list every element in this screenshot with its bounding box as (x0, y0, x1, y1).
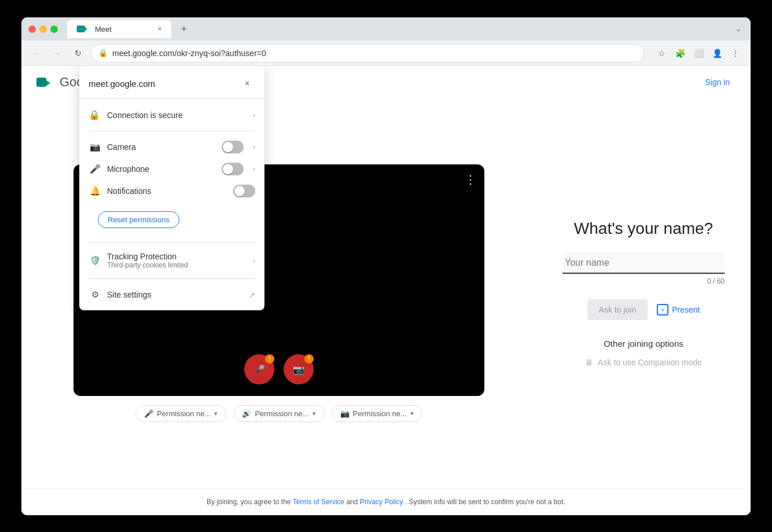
title-bar-end: ⌄ (733, 23, 744, 35)
footer-end-text: . System info will be sent to confirm yo… (405, 498, 565, 506)
popup-header: meet.google.com × (79, 75, 264, 98)
site-settings-row[interactable]: ⚙ Site settings ↗ (79, 284, 264, 306)
camera-perm-chevron: ▾ (410, 410, 414, 417)
address-bar[interactable]: 🔒 meet.google.com/okr-znyq-soi?authuser=… (91, 44, 644, 63)
name-input-wrap (563, 252, 725, 274)
right-panel: What's your name? 0 / 60 Ask to join + P… (536, 98, 751, 488)
window-menu-button[interactable]: ⌄ (733, 23, 744, 35)
popup-divider-top (79, 98, 264, 99)
tracking-title: Tracking Protection (107, 252, 247, 261)
site-info-popup: meet.google.com × 🔒 Connection is secure… (79, 66, 264, 310)
camera-row-chevron-icon: › (253, 143, 255, 151)
join-title: What's your name? (574, 219, 713, 238)
camera-toggle[interactable] (222, 141, 244, 153)
connection-secure-label: Connection is secure (107, 111, 246, 120)
char-count: 0 / 60 (563, 277, 725, 285)
more-menu-button[interactable]: ⋮ (727, 45, 744, 61)
tracking-protection-row[interactable]: 🛡️ Tracking Protection Third-party cooki… (79, 247, 264, 274)
camera-perm-label: Permission ne... (353, 409, 407, 418)
notif-row-label: Notifications (107, 186, 227, 196)
speaker-permission-bar[interactable]: 🔊 Permission ne... ▾ (233, 405, 324, 422)
footer-text: By joining, you agree to the (207, 498, 291, 506)
extensions-button[interactable]: 🧩 (672, 45, 688, 61)
popup-domain: meet.google.com (89, 79, 155, 89)
mic-permission-bar[interactable]: 🎤 Permission ne... ▾ (135, 405, 226, 422)
nav-actions: ☆ 🧩 ⬜ 👤 ⋮ (653, 45, 744, 61)
privacy-link[interactable]: Privacy Policy (360, 498, 403, 506)
camera-permission-row: 📷 Camera › (79, 136, 264, 158)
mute-button[interactable]: 🎤 ! (244, 354, 274, 384)
forward-button[interactable]: → (49, 45, 65, 61)
profile-button[interactable]: 👤 (709, 45, 725, 61)
address-bar-text: meet.google.com/okr-znyq-soi?authuser=0 (112, 49, 637, 58)
mic-perm-icon: 🎤 (144, 409, 153, 418)
video-controls: 🎤 ! 📷 ! (244, 354, 314, 384)
nav-bar: ← → ↻ 🔒 meet.google.com/okr-znyq-soi?aut… (21, 41, 751, 66)
split-view-button[interactable]: ⬜ (690, 45, 707, 61)
reset-permissions-wrap: Reset permissions (79, 202, 264, 237)
mic-row-icon: 🎤 (89, 164, 101, 174)
tracking-content: Tracking Protection Third-party cookies … (107, 252, 247, 269)
svg-rect-3 (36, 78, 46, 87)
camera-permission-bar[interactable]: 📷 Permission ne... ▾ (332, 405, 422, 422)
camera-row-icon: 📷 (89, 142, 101, 152)
present-label: Present (672, 305, 700, 314)
ask-to-join-button[interactable]: Ask to join (587, 299, 648, 320)
camera-warning-badge: ! (304, 354, 314, 364)
tracking-icon: 🛡️ (89, 255, 101, 266)
permission-bars: 🎤 Permission ne... ▾ 🔊 Permission ne... … (135, 405, 422, 422)
close-traffic-light[interactable] (28, 25, 36, 33)
camera-row-label: Camera (107, 142, 216, 152)
reload-button[interactable]: ↻ (70, 45, 86, 61)
browser-window: Meet × + ⌄ ← → ↻ 🔒 meet.google.com/okr-z… (21, 17, 751, 515)
connection-chevron-icon: › (253, 111, 255, 119)
mic-row-label: Microphone (107, 164, 216, 174)
mute-icon: 🎤 (253, 364, 265, 375)
mic-perm-label: Permission ne... (157, 409, 211, 418)
popup-divider-2 (89, 242, 255, 243)
mute-warning-badge: ! (265, 354, 274, 364)
companion-icon: 🖥 (585, 358, 593, 367)
companion-mode-button[interactable]: 🖥 Ask to use Companion mode (585, 358, 702, 367)
tracking-chevron-icon: › (253, 256, 255, 265)
meet-logo: Goo (33, 72, 84, 93)
notif-toggle[interactable] (233, 185, 255, 197)
reset-permissions-button[interactable]: Reset permissions (98, 211, 179, 228)
present-button[interactable]: + Present (657, 304, 700, 315)
mic-perm-chevron: ▾ (214, 410, 218, 417)
tracking-subtitle: Third-party cookies limited (107, 261, 247, 269)
maximize-traffic-light[interactable] (50, 25, 58, 33)
speaker-perm-icon: 🔊 (242, 409, 251, 418)
site-settings-external-icon: ↗ (249, 291, 255, 299)
video-options-button[interactable]: ⋮ (462, 170, 479, 189)
browser-tab[interactable]: Meet × (67, 20, 171, 38)
other-options-title: Other joining options (604, 339, 683, 348)
back-button[interactable]: ← (28, 45, 45, 61)
tab-label: Meet (95, 25, 112, 34)
address-bar-lock-icon: 🔒 (98, 49, 108, 57)
present-icon: + (657, 304, 668, 315)
mic-toggle[interactable] (222, 163, 244, 175)
new-tab-button[interactable]: + (176, 21, 192, 37)
popup-divider-1 (89, 131, 255, 131)
camera-off-button[interactable]: 📷 ! (284, 354, 314, 384)
terms-link[interactable]: Terms of Service (293, 498, 344, 506)
google-meet-logo-icon (33, 72, 54, 93)
notifications-permission-row: 🔔 Notifications (79, 180, 264, 202)
sign-in-button[interactable]: Sign in (696, 73, 739, 91)
camera-perm-icon: 📷 (340, 409, 350, 418)
mic-row-chevron-icon: › (253, 165, 255, 173)
site-settings-gear-icon: ⚙ (89, 289, 101, 300)
name-input[interactable] (563, 252, 725, 273)
and-text: and (346, 498, 358, 506)
tab-close-button[interactable]: × (155, 24, 164, 34)
page-content: Goo Sign in ⋮ 🎤 ! (21, 66, 751, 515)
join-actions: Ask to join + Present (587, 299, 700, 320)
companion-label: Ask to use Companion mode (598, 358, 702, 367)
popup-divider-3 (89, 278, 255, 279)
minimize-traffic-light[interactable] (39, 25, 47, 33)
site-settings-label: Site settings (107, 290, 243, 299)
popup-close-button[interactable]: × (239, 75, 255, 91)
connection-secure-row[interactable]: 🔒 Connection is secure › (79, 104, 264, 126)
bookmark-button[interactable]: ☆ (653, 45, 670, 61)
